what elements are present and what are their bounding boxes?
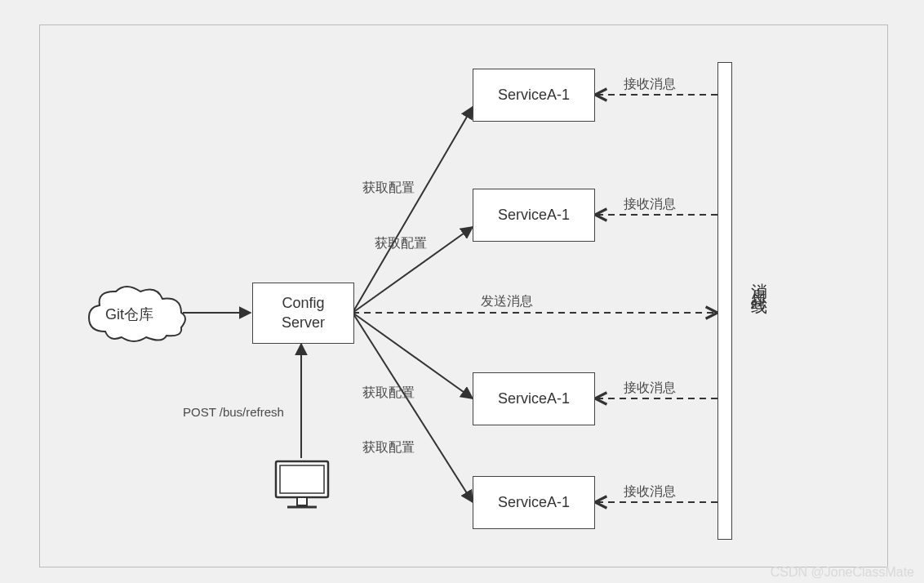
send-msg-label: 发送消息 [481, 293, 533, 310]
get-config-label-1: 获取配置 [362, 180, 415, 197]
watermark: CSDN @JoneClassMate [771, 565, 914, 580]
recv-msg-label-2: 接收消息 [624, 196, 676, 213]
post-refresh-label: POST /bus/refresh [183, 405, 284, 419]
get-config-label-2: 获取配置 [375, 235, 427, 252]
svg-rect-13 [297, 497, 307, 505]
get-config-label-3: 获取配置 [362, 385, 415, 402]
git-repo-label: Git仓库 [105, 305, 153, 324]
svg-line-4 [353, 313, 473, 502]
computer-icon [273, 458, 331, 514]
recv-msg-label-3: 接收消息 [624, 380, 676, 397]
connectors [40, 25, 889, 568]
recv-msg-label-4: 接收消息 [624, 483, 676, 501]
get-config-label-4: 获取配置 [362, 439, 415, 456]
config-server-node: Config Server [252, 283, 354, 344]
service-a1-node-4: ServiceA-1 [473, 476, 595, 529]
svg-line-1 [353, 107, 473, 313]
recv-msg-label-1: 接收消息 [624, 76, 676, 93]
message-bus-label: 消息总线 [749, 270, 771, 290]
service-a1-node-2: ServiceA-1 [473, 189, 595, 242]
service-a1-node-3: ServiceA-1 [473, 372, 595, 425]
service-a1-node-1: ServiceA-1 [473, 69, 595, 122]
svg-rect-12 [280, 465, 324, 493]
message-bus-bar [717, 62, 732, 540]
diagram-frame: Git仓库 Config Server ServiceA-1 ServiceA-… [39, 24, 888, 567]
